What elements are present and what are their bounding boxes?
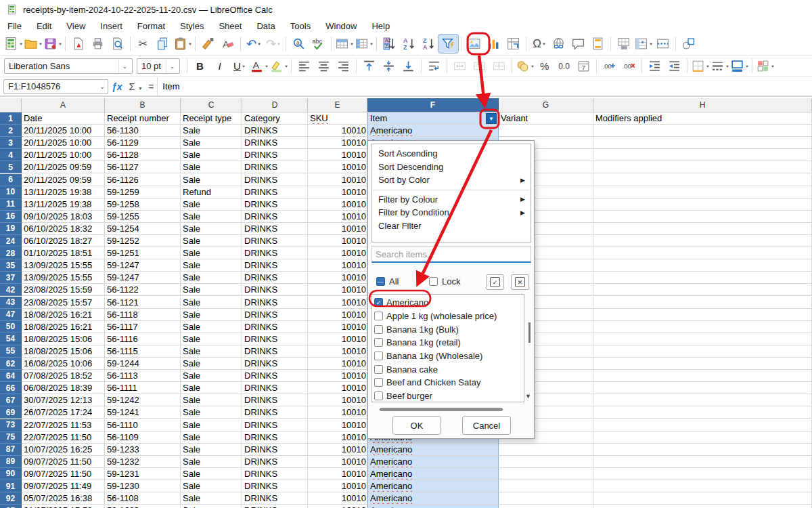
cell-D35[interactable]: DRINKS — [242, 259, 308, 272]
cell-B5[interactable]: 56-1127 — [105, 161, 181, 173]
cell-H89[interactable] — [593, 456, 812, 468]
cell-H19[interactable] — [593, 223, 812, 235]
cell-C66[interactable]: Sale — [181, 382, 242, 394]
cell-H43[interactable] — [593, 297, 812, 309]
bold-button[interactable]: B — [190, 57, 210, 75]
cell-H16[interactable] — [593, 211, 812, 223]
cell-C10[interactable]: Refund — [181, 186, 242, 198]
select-all-corner[interactable] — [0, 98, 22, 112]
cell-B67[interactable]: 59-1242 — [105, 394, 181, 406]
item-checkbox[interactable] — [374, 312, 383, 320]
item-checkbox[interactable]: ✓ — [374, 298, 383, 307]
cell-B64[interactable]: 56-1113 — [105, 370, 181, 382]
decrease-indent-button[interactable] — [664, 57, 684, 75]
cell-C87[interactable]: Sale — [181, 444, 242, 456]
insert-image-button[interactable] — [464, 35, 484, 53]
cell-F87[interactable]: Americano — [367, 444, 499, 456]
cell-E67[interactable]: 10010 — [308, 394, 367, 406]
cell-E28[interactable]: 10010 — [308, 247, 367, 259]
cell-A62[interactable]: 16/08/2025 10:06 — [22, 358, 105, 370]
chevron-down-icon[interactable]: ▾ — [746, 64, 748, 68]
cell-C11[interactable]: Sale — [181, 198, 242, 211]
cell-H5[interactable] — [593, 161, 812, 173]
menu-window[interactable]: Window — [318, 20, 364, 32]
cell-A75[interactable]: 22/07/2025 11:50 — [22, 431, 105, 444]
align-left-button[interactable] — [294, 57, 314, 75]
cell-C43[interactable]: Sale — [181, 297, 242, 309]
cell-B47[interactable]: 56-1118 — [105, 309, 181, 321]
cell-D90[interactable]: DRINKS — [242, 468, 308, 480]
sum-icon[interactable]: Σ ▾ — [129, 81, 142, 92]
cell-B4[interactable]: 56-1128 — [105, 149, 181, 161]
cell-D43[interactable]: DRINKS — [242, 297, 308, 309]
row-header-2[interactable]: 2 — [0, 125, 22, 137]
cell-H73[interactable] — [593, 419, 812, 431]
chevron-down-icon[interactable]: ▾ — [277, 41, 280, 46]
cell-B91[interactable]: 59-1230 — [105, 480, 181, 492]
export-pdf-button[interactable] — [68, 35, 88, 53]
cell-E55[interactable]: 10010 — [308, 345, 367, 358]
headers-footers-button[interactable] — [588, 35, 608, 53]
row-header-47[interactable]: 47 — [0, 309, 22, 321]
cell-C5[interactable]: Sale — [181, 161, 242, 173]
cell-H47[interactable] — [593, 309, 812, 321]
cell-E47[interactable]: 10010 — [308, 309, 367, 321]
column-header-D[interactable]: D — [242, 98, 308, 112]
cell-A89[interactable]: 09/07/2025 11:50 — [22, 456, 105, 468]
cell-G92[interactable] — [499, 492, 593, 505]
cell-C90[interactable]: Sale — [181, 468, 242, 480]
cell-H24[interactable] — [593, 235, 812, 247]
center-vertically-button[interactable] — [379, 57, 399, 75]
cell-H28[interactable] — [593, 247, 812, 259]
menu-format[interactable]: Format — [130, 20, 173, 32]
cell-D54[interactable]: DRINKS — [242, 333, 308, 345]
cell-A90[interactable]: 09/07/2025 11:50 — [22, 468, 105, 480]
row-header-89[interactable]: 89 — [0, 456, 22, 468]
cell-B2[interactable]: 56-1130 — [105, 125, 181, 137]
chevron-down-icon[interactable]: ▾ — [706, 64, 709, 68]
highlight-color-button[interactable]: ▾ — [269, 57, 288, 75]
cell-C91[interactable]: Sale — [181, 480, 242, 492]
cell-D64[interactable]: DRINKS — [242, 370, 308, 382]
open-button[interactable]: ▾ — [23, 35, 43, 53]
row-header-10[interactable]: 10 — [0, 186, 22, 198]
filter-item-banana-1kg-wholesale-[interactable]: Banana 1kg (Wholesale) — [372, 350, 524, 363]
cell-G95[interactable] — [499, 505, 593, 508]
cell-E42[interactable]: 10010 — [308, 284, 367, 296]
cell-C4[interactable]: Sale — [181, 149, 242, 161]
add-decimal-button[interactable] — [600, 57, 619, 75]
align-bottom-button[interactable] — [399, 57, 418, 75]
cell-A67[interactable]: 30/07/2025 12:13 — [22, 394, 105, 406]
special-character-button[interactable]: Ω▾ — [529, 35, 549, 53]
cell-E50[interactable]: 10010 — [308, 321, 367, 333]
cell-F90[interactable]: Americano — [367, 468, 499, 480]
cell-B10[interactable]: 59-1259 — [105, 186, 181, 198]
wrap-text-button[interactable] — [424, 57, 444, 75]
menu-view[interactable]: View — [59, 20, 93, 32]
lock-checkbox[interactable] — [429, 277, 438, 286]
cell-G2[interactable] — [499, 125, 593, 137]
clear-formatting-button[interactable] — [218, 35, 238, 53]
cell-A11[interactable]: 13/11/2025 19:38 — [22, 198, 105, 211]
cell-B35[interactable]: 59-1247 — [105, 259, 181, 272]
cell-D28[interactable]: DRINKS — [242, 247, 308, 259]
cell-H64[interactable] — [593, 370, 812, 382]
print-button[interactable] — [88, 35, 108, 53]
cell-H90[interactable] — [593, 468, 812, 480]
cell-C54[interactable]: Sale — [181, 333, 242, 345]
chevron-down-icon[interactable]: ⌄ — [166, 60, 178, 72]
column-header-A[interactable]: A — [22, 98, 105, 112]
row-header-35[interactable]: 35 — [0, 259, 22, 272]
cell-A35[interactable]: 13/09/2025 15:55 — [22, 259, 105, 272]
number-format-button[interactable]: 0.0 — [554, 57, 574, 75]
cell-E10[interactable]: 10010 — [308, 186, 367, 198]
cell-B19[interactable]: 59-1254 — [105, 223, 181, 235]
cell-E62[interactable]: 10010 — [308, 358, 367, 370]
cell-B24[interactable]: 59-1252 — [105, 235, 181, 247]
row-header-66[interactable]: 66 — [0, 382, 22, 394]
cell-E35[interactable]: 10010 — [308, 259, 367, 272]
cell-H69[interactable] — [593, 406, 812, 419]
cell-H66[interactable] — [593, 382, 812, 394]
print-area-button[interactable] — [614, 35, 633, 53]
filter-item-beef-burger[interactable]: Beef burger — [372, 389, 524, 402]
